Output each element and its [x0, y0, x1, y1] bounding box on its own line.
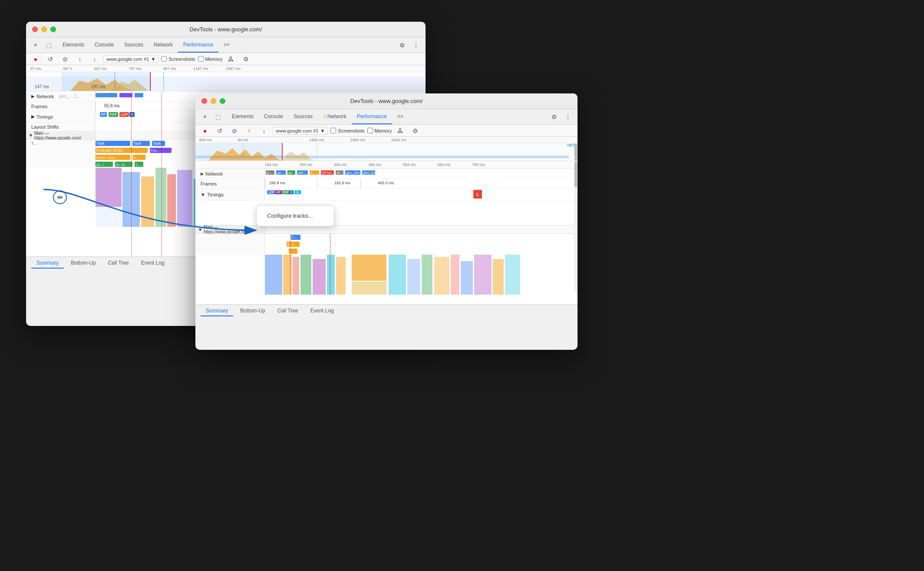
- back-vline-2: [162, 91, 162, 256]
- back-network-text: Network: [36, 94, 54, 99]
- back-clear-icon[interactable]: ⊘: [59, 53, 71, 65]
- front-net-gen204b: gen_204...: [362, 170, 375, 175]
- front-ruler-794: 794 ms: [472, 163, 485, 167]
- front-tab-network[interactable]: ⚠ Network: [318, 109, 352, 124]
- front-memory-check[interactable]: Memory: [367, 128, 392, 133]
- front-tab-more[interactable]: >>: [392, 109, 409, 124]
- back-reload-icon[interactable]: ↺: [44, 53, 56, 65]
- front-device-icon[interactable]: ⬚: [212, 111, 224, 123]
- back-tab-more[interactable]: >>: [218, 37, 235, 53]
- back-edit-circle[interactable]: ✏: [53, 190, 67, 204]
- front-tab-console[interactable]: Console: [259, 109, 288, 124]
- front-gear-icon[interactable]: ⚙: [548, 111, 560, 123]
- front-scrollbar[interactable]: [574, 143, 578, 160]
- back-tab-summary[interactable]: Summary: [31, 258, 64, 269]
- back-download-icon[interactable]: ↓: [89, 53, 101, 65]
- front-tab-sources[interactable]: Sources: [288, 109, 318, 124]
- back-memory-check[interactable]: Memory: [198, 56, 223, 62]
- back-timing-fcp: FCP: [109, 112, 118, 117]
- front-upload-icon[interactable]: ↑: [243, 125, 255, 137]
- front-max-button[interactable]: [220, 98, 225, 104]
- front-tabs: Elements Console Sources ⚠ Network Perfo…: [225, 109, 547, 124]
- front-time-1994: 1994 ms: [350, 138, 366, 142]
- svg-rect-22: [195, 156, 569, 158]
- back-tab-sources[interactable]: Sources: [119, 37, 148, 53]
- front-timing-d: D: [289, 190, 294, 194]
- back-memory-checkbox[interactable]: [198, 56, 204, 62]
- front-screenshots-check[interactable]: Screenshots: [330, 128, 364, 133]
- back-tab-performance[interactable]: Performance: [178, 37, 218, 53]
- front-more-icon[interactable]: ⋮: [562, 111, 574, 123]
- front-frames-val2: 182.6 ms: [334, 181, 350, 185]
- back-max-button[interactable]: [50, 27, 56, 32]
- front-memory-checkbox[interactable]: [367, 128, 373, 133]
- front-tab-calltree[interactable]: Call Tree: [272, 306, 304, 316]
- back-tab-calltree[interactable]: Call Tree: [103, 258, 134, 269]
- front-tab-performance[interactable]: Performance: [352, 109, 392, 124]
- svg-rect-38: [434, 257, 449, 295]
- back-screenshots-checkbox[interactable]: [161, 56, 167, 62]
- front-frame-sep-3: [360, 179, 361, 188]
- back-tab-network[interactable]: Network: [148, 37, 178, 53]
- front-timings-track: ▼ Timings LCP FP FCP D CL L: [195, 189, 578, 201]
- back-task-2: Task: [132, 141, 150, 146]
- front-frames-content: 295.8 ms 182.6 ms 493.3 ms: [265, 179, 578, 188]
- front-throttle-icon[interactable]: 🖧: [394, 125, 406, 137]
- back-more-icon[interactable]: ⋮: [410, 39, 422, 51]
- front-ruler-594: 594 ms: [403, 163, 416, 167]
- back-settings-icon[interactable]: ⚙: [240, 53, 252, 65]
- front-tab-eventlog[interactable]: Event Log: [305, 306, 339, 316]
- front-screenshots-checkbox[interactable]: [330, 128, 336, 133]
- front-frames-val1: 295.8 ms: [269, 181, 285, 185]
- front-time-2494: 2494 ms: [391, 138, 406, 142]
- back-device-icon[interactable]: ⬚: [43, 39, 55, 51]
- back-cursor-icon[interactable]: ⌖: [30, 39, 42, 51]
- back-time-597: 597 ms: [94, 66, 107, 71]
- back-screenshots-check[interactable]: Screenshots: [161, 56, 195, 62]
- front-cursor-icon[interactable]: ⌖: [199, 111, 211, 123]
- back-flame-anon-label: [26, 154, 96, 161]
- back-tab-elements[interactable]: Elements: [57, 37, 89, 53]
- back-tab-bottomup[interactable]: Bottom-Up: [66, 258, 101, 269]
- front-timing-l: L: [473, 190, 482, 199]
- back-close-button[interactable]: [32, 27, 38, 32]
- front-timeline-overview: CPU NET 494 ms 94 ms 1494 ms 1994 ms 249…: [195, 137, 578, 161]
- back-min-button[interactable]: [41, 27, 47, 32]
- front-window-titlebar: DevTools - www.google.com/: [195, 93, 578, 109]
- back-network-1: 1...: [74, 94, 80, 99]
- back-url-selector[interactable]: www.google.com #1 ▼: [103, 55, 158, 63]
- front-record-icon[interactable]: ●: [199, 125, 211, 137]
- front-tab-bottomup[interactable]: Bottom-Up: [235, 306, 270, 316]
- front-url-selector[interactable]: www.google.com #1 ▼: [273, 127, 328, 135]
- front-net-ge2: ge: [287, 170, 295, 175]
- back-record-icon[interactable]: ●: [30, 53, 42, 65]
- front-reload-icon[interactable]: ↺: [214, 125, 226, 137]
- front-track-scrollbar[interactable]: [574, 161, 578, 291]
- back-throttle-icon[interactable]: 🖧: [225, 53, 237, 65]
- svg-rect-35: [389, 255, 406, 295]
- back-tab-console[interactable]: Console: [89, 37, 119, 53]
- back-upload-icon[interactable]: ↑: [74, 53, 86, 65]
- back-network-gen: gen_...: [59, 94, 73, 99]
- front-settings-icon[interactable]: ⚙: [409, 125, 421, 137]
- svg-rect-39: [451, 255, 459, 295]
- front-flame-row3-content: (...: [265, 248, 578, 255]
- svg-rect-37: [422, 255, 432, 295]
- front-net-h: ch: [336, 170, 343, 175]
- front-configure-tracks-item[interactable]: Configure tracks...: [257, 209, 334, 222]
- back-window-titlebar: DevTools - www.google.com/: [26, 22, 426, 37]
- front-close-button[interactable]: [201, 98, 207, 104]
- svg-rect-29: [300, 255, 311, 295]
- svg-rect-34: [352, 282, 386, 295]
- front-tab-summary[interactable]: Summary: [201, 306, 233, 316]
- front-min-button[interactable]: [211, 98, 216, 104]
- back-toolbar-right: ⚙ ⋮: [396, 39, 422, 51]
- front-download-icon[interactable]: ↓: [258, 125, 270, 137]
- front-main-label: ▼ Main — https://www.google.com/: [195, 226, 265, 233]
- front-et: E...t: [287, 242, 300, 247]
- back-tab-eventlog[interactable]: Event Log: [136, 258, 170, 269]
- front-ruler-194: 194 ms: [265, 163, 278, 167]
- back-gear-icon[interactable]: ⚙: [396, 39, 408, 51]
- front-tab-elements[interactable]: Elements: [227, 109, 259, 124]
- front-clear-icon[interactable]: ⊘: [228, 125, 241, 137]
